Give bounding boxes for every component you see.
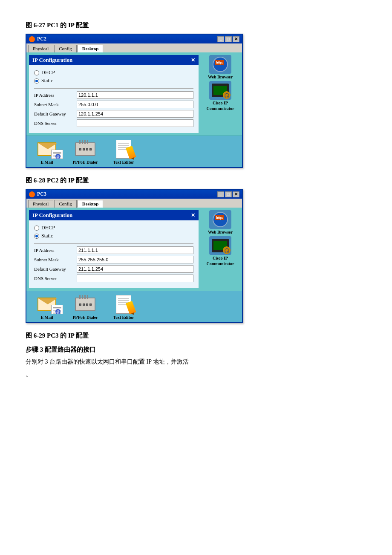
fig1-maximize-button[interactable]: □ — [225, 36, 232, 42]
fig1-dhcp-option[interactable]: DHCP — [34, 69, 193, 76]
fig1-ip-row: IP Address — [34, 91, 193, 99]
fig1-cisco-img: 🎧 — [209, 81, 231, 100]
fig1-tab-physical[interactable]: Physical — [28, 45, 53, 52]
fig2-texteditor-icon[interactable]: Text Editor — [107, 294, 141, 320]
fig1-router-box — [75, 142, 95, 156]
fig2-tab-desktop[interactable]: Desktop — [78, 200, 104, 208]
fig1-static-option[interactable]: Static — [34, 78, 193, 84]
fig2-ip-config-close[interactable]: ✕ — [191, 212, 195, 219]
fig2-http-label: http: — [215, 215, 224, 220]
fig2-dns-input[interactable] — [77, 275, 193, 282]
fig2-email-icon[interactable]: @ E Mail — [30, 294, 64, 320]
fig1-dns-input[interactable] — [77, 119, 193, 127]
fig2-tab-physical[interactable]: Physical — [28, 200, 53, 208]
fig1-ip-input[interactable] — [77, 91, 193, 99]
fig1-web-browser-icon[interactable]: http: Web Browser — [203, 55, 237, 79]
fig2-title-bar: PC3 _ □ ✕ — [26, 190, 242, 199]
fig2-router-box — [75, 298, 95, 311]
fig1-right-panel: http: Web Browser 🎧 Cisco IP Communicato… — [201, 55, 239, 133]
fig2-globe: http: — [213, 212, 228, 227]
fig2-close-button[interactable]: ✕ — [233, 191, 239, 197]
fig1-headset: 🎧 — [223, 91, 231, 99]
fig1-cisco-label1: Cisco IP — [213, 101, 228, 105]
para1-text: 分别对 3 台路由器的快速以太网口和串口配置 IP 地址，并激活 — [26, 357, 366, 367]
fig2-port4 — [89, 304, 92, 306]
fig2-mask-input[interactable] — [77, 256, 193, 263]
fig1-tab-config[interactable]: Config — [54, 45, 77, 52]
fig2-ip-config-title: IP Configuration ✕ — [29, 210, 199, 220]
fig1-router-ports — [79, 148, 92, 150]
fig2-maximize-button[interactable]: □ — [225, 191, 232, 197]
fig1-ip-config-panel: IP Configuration ✕ DHCP Static IP Addr — [29, 55, 199, 133]
fig2-gw-row: Default Gateway — [34, 265, 193, 273]
fig1-pppoe-icon[interactable]: PPPoE Dialer — [68, 139, 102, 165]
fig2-win-controls: _ □ ✕ — [217, 191, 239, 197]
fig1-mask-row: Subnet Mask — [34, 101, 193, 108]
fig1-at-badge: @ — [55, 154, 61, 159]
fig2-pppoe-label: PPPoE Dialer — [72, 315, 98, 320]
fig2-gw-label: Default Gateway — [34, 266, 77, 272]
fig2-web-browser-icon[interactable]: http: Web Browser — [203, 210, 237, 234]
fig2-ip-label: IP Address — [34, 248, 77, 253]
fig2-right-panel: http: Web Browser 🎧 Cisco IP Communicato… — [201, 210, 239, 288]
fig2-cisco-img: 🎧 — [209, 236, 231, 255]
fig2-at-badge: @ — [55, 309, 61, 314]
fig1-ip-config-close[interactable]: ✕ — [191, 57, 195, 64]
fig2-minimize-button[interactable]: _ — [217, 191, 224, 197]
fig1-radio-group: DHCP Static — [34, 69, 193, 84]
fig2-tab-config[interactable]: Config — [54, 200, 77, 208]
fig1-caption: 图 6-27 PC1 的 IP 配置 — [26, 21, 366, 29]
fig1-texteditor-icon[interactable]: Text Editor — [107, 139, 141, 165]
fig2-window-icon — [29, 191, 35, 197]
fig1-pencil-tip — [131, 157, 135, 160]
fig2-ant3 — [84, 295, 86, 299]
fig2-monitor: 🎧 — [212, 239, 229, 252]
fig1-title-left: PC2 — [29, 36, 46, 42]
fig1-port2 — [83, 148, 85, 150]
fig1-gw-row: Default Gateway — [34, 110, 193, 118]
fig1-ip-config-title: IP Configuration ✕ — [29, 55, 199, 65]
fig1-dns-label: DNS Server — [34, 121, 77, 126]
fig1-cisco-icon[interactable]: 🎧 Cisco IP Communicator — [203, 81, 237, 111]
fig2-gw-input[interactable] — [77, 265, 193, 273]
fig2-caption: 图 6-28 PC2 的 IP 配置 — [26, 176, 366, 185]
fig2-mask-label: Subnet Mask — [34, 257, 77, 262]
fig1-window: PC2 _ □ ✕ Physical Config Desktop IP Con… — [26, 34, 243, 168]
fig1-web-browser-img: http: — [209, 55, 231, 74]
fig1-ant4 — [87, 140, 88, 144]
fig2-ip-input[interactable] — [77, 246, 193, 254]
fig1-monitor: 🎧 — [212, 84, 229, 97]
fig2-tabs-bar: Physical Config Desktop — [26, 199, 242, 208]
fig2-ip-row: IP Address — [34, 246, 193, 254]
fig1-close-button[interactable]: ✕ — [233, 36, 239, 42]
fig1-cisco-label2: Communicator — [207, 106, 234, 111]
fig1-minimize-button[interactable]: _ — [217, 36, 224, 42]
fig2-pppoe-icon[interactable]: PPPoE Dialer — [68, 294, 102, 320]
fig1-window-body: IP Configuration ✕ DHCP Static IP Addr — [26, 52, 242, 136]
fig2-port3 — [86, 304, 88, 306]
fig2-dns-label: DNS Server — [34, 276, 77, 281]
fig1-texteditor-img — [111, 139, 136, 160]
fig2-dhcp-option[interactable]: DHCP — [34, 225, 193, 231]
fig2-static-radio[interactable] — [34, 234, 39, 239]
fig1-dhcp-radio[interactable] — [34, 70, 39, 75]
fig1-static-radio[interactable] — [34, 78, 39, 84]
fig2-ant4 — [87, 295, 88, 299]
fig1-divider — [34, 88, 193, 89]
fig2-cisco-icon[interactable]: 🎧 Cisco IP Communicator — [203, 236, 237, 266]
fig2-static-option[interactable]: Static — [34, 233, 193, 239]
fig1-email-icon[interactable]: @ E Mail — [30, 139, 64, 165]
fig1-gw-input[interactable] — [77, 110, 193, 118]
step-label: 步骤 3 配置路由器的接口 — [26, 346, 366, 354]
para2-text: 。 — [26, 370, 366, 379]
fig1-port1 — [79, 148, 81, 150]
fig1-port4 — [89, 148, 92, 150]
fig1-bottom-icons: @ E Mail — [26, 136, 242, 167]
fig1-tab-desktop[interactable]: Desktop — [78, 45, 104, 52]
fig1-line2 — [118, 145, 129, 146]
fig2-cisco-label2: Communicator — [207, 261, 234, 266]
fig2-dhcp-radio[interactable] — [34, 225, 39, 231]
fig2-line2 — [118, 300, 129, 301]
fig1-mask-input[interactable] — [77, 101, 193, 108]
fig2-title-left: PC3 — [29, 191, 46, 197]
